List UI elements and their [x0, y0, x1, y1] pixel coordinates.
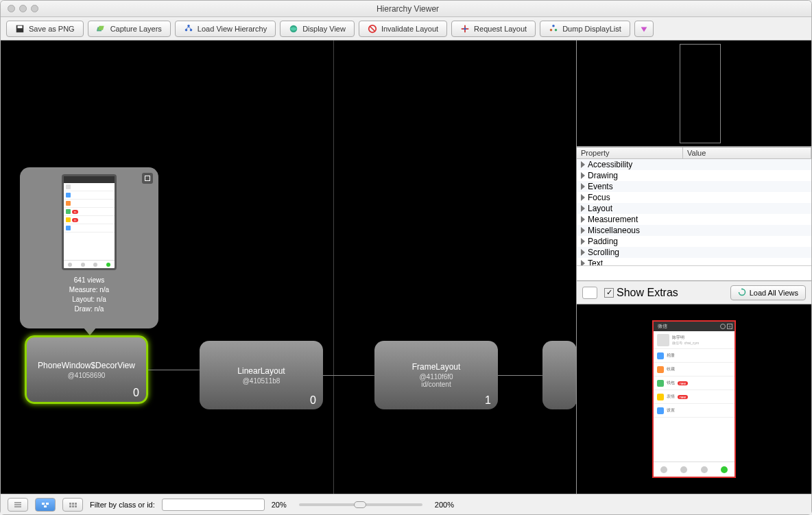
property-group[interactable]: Miscellaneous — [577, 225, 811, 236]
titlebar: Hierarchy Viewer — [1, 1, 811, 17]
expand-icon — [581, 249, 585, 256]
filter-input[interactable] — [162, 499, 265, 511]
expand-icon — [581, 227, 585, 234]
expand-icon — [581, 216, 585, 223]
property-group[interactable]: Layout — [577, 203, 811, 214]
overview-panel[interactable] — [577, 40, 811, 147]
svg-rect-18 — [46, 503, 49, 505]
tooltip-draw: Draw: n/a — [27, 304, 152, 314]
node-title: PhoneWindow$DecorView — [38, 361, 135, 370]
svg-point-5 — [185, 29, 188, 32]
dump-displaylist-button[interactable]: Dump DisplayList — [540, 21, 630, 37]
property-group[interactable]: Padding — [577, 236, 811, 247]
preview-item: 钱包new — [654, 376, 735, 390]
node-linearlayout[interactable]: LinearLayout @410511b8 0 — [200, 341, 323, 409]
filter-label: Filter by class or id: — [90, 501, 155, 509]
svg-point-12 — [550, 29, 553, 32]
property-group[interactable]: Focus — [577, 192, 811, 203]
node-count: 1 — [485, 394, 491, 407]
expand-icon — [581, 260, 585, 265]
node-title: FrameLayout — [412, 362, 461, 372]
node-id: @4110f6f0 — [419, 373, 453, 381]
svg-rect-17 — [42, 503, 45, 505]
display-view-button[interactable]: Display View — [280, 21, 355, 37]
header-property[interactable]: Property — [577, 147, 683, 158]
svg-rect-23 — [69, 505, 71, 507]
close-icon[interactable] — [8, 5, 15, 12]
node-framelayout[interactable]: FrameLayout @4110f6f0 id/content 1 — [374, 341, 498, 409]
load-hierarchy-button[interactable]: Load View Hierarchy — [175, 21, 276, 37]
svg-rect-20 — [69, 503, 71, 505]
property-filter[interactable] — [577, 265, 811, 280]
window-title: Hierarchy Viewer — [38, 4, 777, 14]
request-layout-button[interactable]: Request Layout — [451, 21, 536, 37]
svg-point-4 — [187, 24, 190, 27]
expand-icon — [581, 172, 585, 179]
property-group[interactable]: Measurement — [577, 214, 811, 225]
svg-point-6 — [190, 29, 193, 32]
view-mode-tree[interactable] — [35, 498, 56, 512]
expand-icon — [581, 205, 585, 212]
tooltip-views: 641 views — [27, 276, 152, 285]
save-png-button[interactable]: Save as PNG — [6, 21, 84, 37]
properties-panel: Property Value AccessibilityDrawingEvent… — [577, 147, 811, 281]
node-title: LinearLayout — [237, 366, 285, 376]
globe-icon — [289, 24, 298, 34]
extra-button[interactable] — [634, 21, 654, 37]
hierarchy-icon — [184, 24, 193, 34]
tooltip-layout: Layout: n/a — [27, 295, 152, 304]
property-group[interactable]: Text — [577, 258, 811, 265]
bottom-bar: Filter by class or id: 20% 200% — [1, 494, 811, 514]
node-id: @41058690 — [68, 372, 106, 379]
view-mode-grid[interactable] — [62, 498, 83, 512]
property-group[interactable]: Accessibility — [577, 159, 811, 170]
svg-rect-3 — [98, 25, 104, 29]
svg-rect-25 — [75, 505, 77, 507]
panel-separator[interactable] — [333, 40, 334, 494]
request-icon — [460, 24, 470, 34]
invalidate-layout-button[interactable]: Invalidate Layout — [359, 21, 447, 37]
gem-icon — [639, 24, 649, 34]
property-group[interactable]: Events — [577, 181, 811, 192]
node-decorview[interactable]: PhoneWindow$DecorView @41058690 0 — [25, 335, 148, 404]
save-icon — [15, 24, 25, 34]
minimize-icon[interactable] — [19, 5, 27, 12]
tooltip-expand-icon[interactable] — [142, 173, 153, 184]
zoom-icon[interactable] — [31, 5, 38, 12]
tree-canvas[interactable]: n n 641 views Measure: n/a Layout: n/a D… — [1, 40, 576, 494]
svg-rect-24 — [72, 505, 74, 507]
capture-layers-button[interactable]: Capture Layers — [88, 21, 171, 37]
property-group[interactable]: Scrolling — [577, 247, 811, 258]
invalidate-icon — [368, 24, 377, 34]
load-all-views-button[interactable]: Load All Views — [730, 285, 806, 300]
node-partial[interactable] — [542, 341, 576, 409]
expand-icon — [581, 161, 585, 168]
checkbox-icon: ✓ — [604, 288, 614, 298]
expand-icon — [581, 238, 585, 245]
view-mode-list[interactable] — [8, 498, 28, 512]
svg-rect-1 — [18, 25, 23, 28]
svg-point-13 — [555, 29, 558, 32]
layers-icon — [97, 24, 106, 34]
svg-rect-19 — [44, 505, 47, 507]
svg-line-9 — [370, 26, 374, 31]
preview-item: 表情new — [654, 390, 735, 404]
preview-item: 相册 — [654, 349, 735, 363]
show-extras-checkbox[interactable]: ✓ Show Extras — [604, 287, 678, 299]
tooltip-preview: n n — [62, 174, 117, 270]
color-swatch[interactable] — [582, 287, 597, 299]
node-count: 0 — [133, 387, 139, 399]
header-value[interactable]: Value — [683, 147, 811, 158]
property-group[interactable]: Drawing — [577, 170, 811, 181]
svg-rect-21 — [72, 503, 74, 505]
toolbar: Save as PNG Capture Layers Load View Hie… — [1, 17, 811, 40]
zoom-max: 200% — [435, 501, 454, 509]
svg-rect-22 — [75, 503, 77, 505]
preview-item: 设置 — [654, 404, 735, 418]
node-sub: id/content — [421, 381, 451, 388]
zoom-slider[interactable] — [299, 503, 422, 506]
node-count: 0 — [310, 394, 316, 407]
refresh-icon — [738, 288, 746, 298]
node-id: @410511b8 — [243, 377, 280, 385]
device-preview[interactable]: 微信+ 陈宇明微信号: chat_cym 相册收藏钱包new表情new设置 — [577, 304, 811, 494]
